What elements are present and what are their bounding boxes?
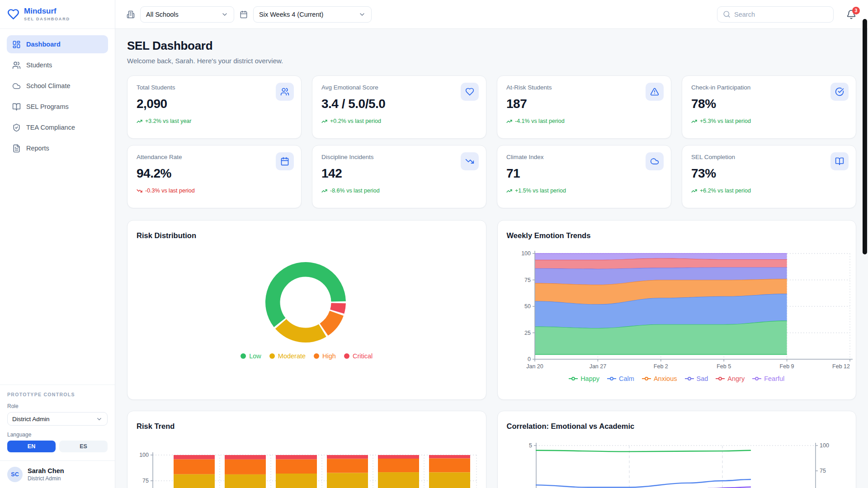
svg-text:Feb 9: Feb 9 — [779, 363, 794, 370]
avatar: SC — [7, 467, 23, 482]
kpi-card-sel-completion: SEL Completion 73% +6.2% vs last period — [682, 145, 856, 208]
users-icon — [276, 83, 294, 101]
scrollbar-thumb[interactable] — [863, 19, 867, 254]
kpi-value: 2,090 — [137, 97, 292, 111]
sidebar-item-label: SEL Programs — [26, 103, 69, 110]
legend-item-moderate: Moderate — [269, 352, 306, 360]
kpi-value: 78% — [691, 97, 847, 111]
file-text-icon — [12, 144, 21, 153]
user-profile[interactable]: SC Sarah Chen District Admin — [0, 460, 115, 488]
sidebar-item-label: Dashboard — [26, 41, 61, 48]
kpi-label: Total Students — [137, 84, 292, 91]
risk-distribution-card: Risk Distribution Low Moderate High Crit… — [127, 220, 486, 400]
sidebar-item-sel-programs[interactable]: SEL Programs — [7, 98, 108, 116]
cloud-icon — [12, 82, 21, 90]
alert-triangle-icon — [646, 83, 664, 101]
legend-swatch — [241, 353, 246, 359]
correlation-card: Correlation: Emotional vs Academic 51007… — [497, 411, 857, 488]
risk-distribution-donut-chart — [127, 239, 486, 352]
chevron-down-icon — [221, 11, 228, 18]
kpi-card-at-risk-students: At-Risk Students 187 -4.1% vs last perio… — [497, 75, 671, 139]
building-icon — [127, 10, 135, 19]
kpi-trend: -4.1% vs last period — [506, 118, 662, 124]
language-label: Language — [7, 432, 108, 438]
sidebar-item-students[interactable]: Students — [7, 56, 108, 74]
kpi-trend: +3.2% vs last year — [137, 118, 292, 124]
legend-swatch — [344, 353, 349, 359]
kpi-card-checkin-participation: Check-in Participation 78% +5.3% vs last… — [682, 75, 856, 139]
charts-row-1: Risk Distribution Low Moderate High Crit… — [127, 220, 856, 400]
role-label: Role — [7, 403, 108, 409]
chevron-down-icon — [359, 11, 366, 18]
heart-icon — [461, 83, 479, 101]
sidebar-item-tea-compliance[interactable]: TEA Compliance — [7, 118, 108, 136]
kpi-label: At-Risk Students — [506, 84, 662, 91]
kpi-trend: -0.3% vs last period — [137, 188, 292, 194]
kpi-card-discipline-incidents: Discipline Incidents 142 -8.6% vs last p… — [312, 145, 486, 208]
school-filter-select[interactable]: All Schools — [140, 6, 234, 23]
sidebar-item-school-climate[interactable]: School Climate — [7, 77, 108, 95]
notifications-button[interactable]: 3 — [846, 9, 856, 19]
kpi-card-avg-emotional-score: Avg Emotional Score 3.4 / 5.0/5.0 +0.2% … — [312, 75, 486, 139]
kpi-label: SEL Completion — [691, 154, 847, 160]
book-open-icon — [12, 103, 21, 111]
search-box — [717, 6, 834, 23]
legend-item-calm: Calm — [607, 375, 634, 382]
chevron-down-icon — [96, 416, 103, 422]
kpi-trend: +6.2% vs last period — [691, 188, 847, 194]
layout-dashboard-icon — [12, 40, 21, 49]
emotion-legend: Happy Calm Anxious Sad Angry Fearful — [498, 375, 856, 382]
kpi-value: 142 — [321, 166, 477, 181]
school-filter-value: All Schools — [146, 11, 179, 18]
kpi-value: 187 — [506, 97, 662, 111]
language-es-button[interactable]: ES — [59, 441, 108, 452]
user-name: Sarah Chen — [28, 467, 64, 474]
correlation-chart: 510075 — [498, 411, 857, 488]
prototype-controls-heading: Prototype Controls — [7, 392, 108, 397]
svg-text:Jan 27: Jan 27 — [589, 363, 606, 370]
language-en-button[interactable]: EN — [7, 441, 56, 452]
cloud-icon — [646, 152, 664, 170]
sidebar-item-dashboard[interactable]: Dashboard — [7, 35, 108, 53]
kpi-grid: Total Students 2,090 +3.2% vs last year … — [127, 75, 856, 208]
users-icon — [12, 61, 21, 70]
legend-item-happy: Happy — [569, 375, 599, 382]
topbar: All Schools Six Weeks 4 (Current) 3 — [115, 0, 868, 29]
risk-trend-card: Risk Trend 10075 — [127, 411, 486, 488]
book-open-icon — [830, 152, 849, 170]
period-filter-select[interactable]: Six Weeks 4 (Current) — [253, 6, 372, 23]
legend-swatch — [314, 353, 319, 359]
period-filter-value: Six Weeks 4 (Current) — [259, 11, 323, 18]
weekly-emotion-trends-card: Weekly Emotion Trends 0255075100Jan 20Ja… — [497, 220, 857, 400]
sidebar-item-reports[interactable]: Reports — [7, 139, 108, 157]
kpi-label: Discipline Incidents — [321, 154, 477, 160]
sidebar-item-label: Reports — [26, 145, 49, 152]
role-select-value: District Admin — [12, 416, 50, 422]
kpi-label: Check-in Participation — [691, 84, 847, 91]
calendar-icon — [276, 152, 294, 170]
check-circle-icon — [830, 83, 849, 101]
svg-text:Feb 2: Feb 2 — [653, 363, 668, 370]
sidebar: Mindsurf SEL DASHBOARD Dashboard Student… — [0, 0, 115, 488]
kpi-value: 73% — [691, 166, 847, 181]
language-toggle: EN ES — [7, 441, 108, 452]
kpi-trend: -8.6% vs last period — [321, 188, 477, 194]
svg-text:5: 5 — [529, 442, 532, 449]
kpi-label: Avg Emotional Score — [321, 84, 477, 91]
role-select[interactable]: District Admin — [7, 412, 108, 426]
svg-text:25: 25 — [524, 330, 531, 336]
search-input[interactable] — [734, 11, 828, 18]
legend-item-high: High — [314, 352, 336, 360]
notification-badge: 3 — [852, 7, 860, 14]
kpi-card-attendance-rate: Attendance Rate 94.2% -0.3% vs last peri… — [127, 145, 302, 208]
sidebar-nav: Dashboard Students School Climate SEL Pr… — [0, 29, 115, 164]
svg-text:50: 50 — [524, 303, 531, 310]
kpi-value: 71 — [506, 166, 662, 181]
calendar-icon — [240, 10, 248, 19]
sidebar-item-label: TEA Compliance — [26, 124, 75, 131]
legend-item-low: Low — [241, 352, 261, 360]
brand-name: Mindsurf — [24, 7, 70, 16]
risk-distribution-legend: Low Moderate High Critical — [127, 352, 486, 360]
legend-item-anxious: Anxious — [642, 375, 677, 382]
kpi-value: 94.2% — [137, 166, 292, 181]
